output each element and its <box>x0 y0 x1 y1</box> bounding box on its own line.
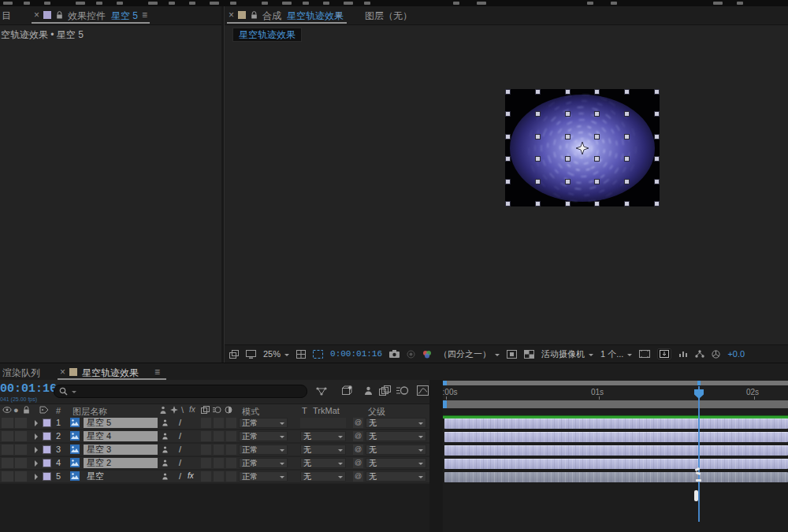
fx-switch-icon[interactable]: fx <box>189 405 195 414</box>
selection-handle[interactable] <box>535 111 541 117</box>
tab-layer[interactable]: 图层（无） <box>365 9 412 23</box>
switch-cell[interactable] <box>226 418 236 428</box>
selection-handle[interactable] <box>624 201 630 206</box>
selection-handle[interactable] <box>505 89 511 95</box>
snapshot-camera-icon[interactable] <box>389 350 400 358</box>
layer-expand-arrow[interactable] <box>35 420 41 426</box>
selection-handle[interactable] <box>654 134 660 140</box>
transparency-grid-icon[interactable] <box>524 350 534 359</box>
timeline-splitter[interactable] <box>429 380 444 532</box>
selection-handle[interactable] <box>565 201 571 206</box>
switch-cell[interactable] <box>214 418 224 428</box>
close-icon[interactable]: × <box>60 366 65 378</box>
close-icon[interactable]: × <box>229 9 234 20</box>
capture-frame-icon[interactable] <box>657 348 671 359</box>
layer-visibility-cell[interactable] <box>2 431 13 441</box>
layer-label-swatch[interactable] <box>43 472 51 481</box>
channel-rgb-icon[interactable] <box>422 350 432 359</box>
current-timecode[interactable]: 00:01:16 <box>0 382 57 396</box>
frame-blending-icon[interactable] <box>379 385 391 396</box>
quality-switch[interactable]: / <box>179 471 181 481</box>
selection-handle[interactable] <box>624 156 630 162</box>
layer-name[interactable]: 星空 2 <box>84 458 158 468</box>
mode-dropdown[interactable]: 正常 <box>239 458 288 468</box>
switch-cell[interactable] <box>201 458 211 468</box>
layer-audio-cell[interactable] <box>15 418 27 428</box>
parent-pickwhip-icon[interactable]: @ <box>353 431 363 441</box>
work-area-bar[interactable] <box>443 400 788 408</box>
switch-cell[interactable] <box>214 445 224 455</box>
layer-visibility-cell[interactable] <box>2 471 13 482</box>
selection-handle[interactable] <box>594 156 600 162</box>
layer-audio-cell[interactable] <box>15 445 27 455</box>
parent-column-header[interactable]: 父级 <box>368 406 385 418</box>
selection-handle[interactable] <box>565 89 571 95</box>
layer-audio-cell[interactable] <box>15 431 27 441</box>
selection-handle[interactable] <box>505 201 511 206</box>
primary-viewer-icon[interactable] <box>246 350 256 359</box>
layer-name[interactable]: 星空 <box>84 471 158 482</box>
selection-handle[interactable] <box>505 134 511 140</box>
parent-dropdown[interactable]: 无 <box>366 445 426 455</box>
layer-duration-bar[interactable] <box>444 419 788 429</box>
switch-cell[interactable] <box>201 431 211 441</box>
camera-view-dropdown[interactable]: 活动摄像机 <box>541 348 593 360</box>
composition-preview[interactable] <box>505 89 660 206</box>
layer-duration-bar[interactable] <box>444 472 788 482</box>
frame-blend-switch-icon[interactable] <box>201 406 210 414</box>
parent-pickwhip-icon[interactable]: @ <box>353 445 363 455</box>
lock-column-icon[interactable] <box>23 406 30 415</box>
graph-editor-icon[interactable] <box>417 385 429 396</box>
selection-handle[interactable] <box>624 179 630 184</box>
lock-icon[interactable] <box>56 11 63 20</box>
target-region-icon[interactable] <box>507 350 517 359</box>
motion-blur-icon[interactable] <box>396 385 409 396</box>
layer-expand-arrow[interactable] <box>35 433 41 440</box>
layer-visibility-cell[interactable] <box>2 418 13 428</box>
selection-handle[interactable] <box>535 179 541 184</box>
search-input[interactable] <box>54 385 307 398</box>
selection-handle[interactable] <box>624 111 630 117</box>
layer-label-swatch[interactable] <box>43 419 51 427</box>
layer-visibility-cell[interactable] <box>2 458 13 468</box>
layer-name[interactable]: 星空 5 <box>84 418 158 428</box>
parent-dropdown[interactable]: 无 <box>366 431 426 441</box>
layer-expand-arrow[interactable] <box>35 447 41 453</box>
quality-switch[interactable]: / <box>179 458 181 467</box>
layer-visibility-cell[interactable] <box>2 445 13 455</box>
selection-handle[interactable] <box>505 111 511 117</box>
parent-pickwhip-icon[interactable]: @ <box>353 418 363 428</box>
tab-effect-controls-target[interactable]: 星空 5 <box>111 9 138 23</box>
shy-switch[interactable] <box>162 419 169 426</box>
parent-dropdown[interactable]: 无 <box>366 458 426 468</box>
parent-pickwhip-icon[interactable]: @ <box>353 471 363 482</box>
mode-dropdown[interactable]: 正常 <box>239 431 288 441</box>
parent-pickwhip-icon[interactable]: @ <box>353 458 363 468</box>
layer-name[interactable]: 星空 3 <box>84 445 158 455</box>
selection-handle[interactable] <box>535 89 541 95</box>
lock-icon[interactable] <box>251 11 258 20</box>
layer-label-swatch[interactable] <box>43 445 51 454</box>
shy-switch[interactable] <box>162 459 169 467</box>
trkmat-dropdown[interactable]: 无 <box>300 471 346 482</box>
selection-handle[interactable] <box>535 156 541 162</box>
shy-layers-icon[interactable] <box>363 386 374 396</box>
selection-handle[interactable] <box>594 111 600 117</box>
time-ruler[interactable]: 0:00s01s02s <box>443 386 788 401</box>
trkmat-dropdown[interactable]: 无 <box>300 458 346 468</box>
mode-dropdown[interactable]: 正常 <box>239 418 288 428</box>
flowchart-nodes-icon[interactable] <box>695 350 704 358</box>
layer-audio-cell[interactable] <box>15 458 27 468</box>
quality-switch[interactable]: / <box>179 418 181 427</box>
shy-switch-icon[interactable] <box>159 406 167 415</box>
layer-label-swatch[interactable] <box>43 459 51 467</box>
parent-dropdown[interactable]: 无 <box>366 471 426 482</box>
selection-handle[interactable] <box>535 201 541 206</box>
shy-switch[interactable] <box>162 446 169 453</box>
layer-name-column-header[interactable]: 图层名称 <box>72 406 107 418</box>
adjustment-switch-icon[interactable] <box>225 406 232 414</box>
selection-handle[interactable] <box>565 156 571 162</box>
t-column-header[interactable]: T <box>302 406 307 415</box>
quality-switch[interactable]: / <box>179 431 181 441</box>
switch-cell[interactable] <box>226 471 236 482</box>
